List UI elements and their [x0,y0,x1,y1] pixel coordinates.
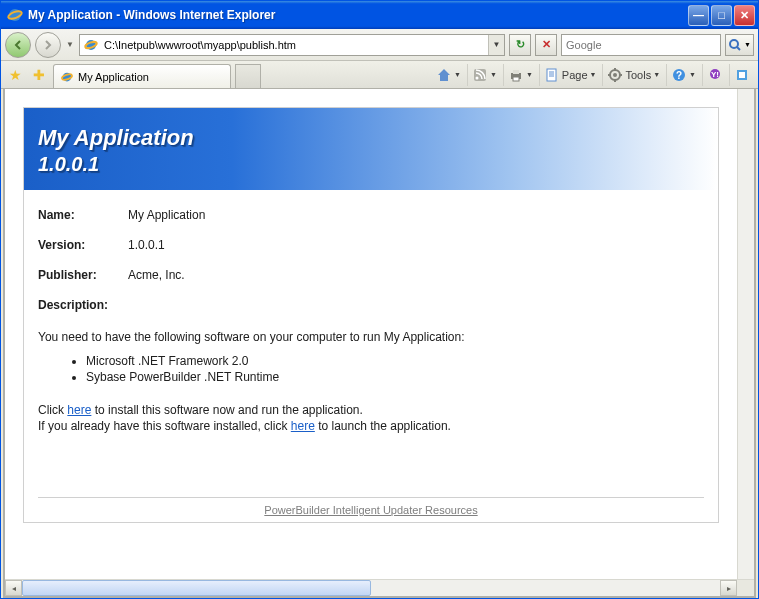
horizontal-scrollbar[interactable]: ◂ ▸ [5,579,754,596]
address-bar[interactable]: ▼ [79,34,505,56]
svg-text:Y!: Y! [711,70,719,79]
content-area: My Application 1.0.0.1 Name:My Applicati… [3,89,756,598]
forward-button[interactable] [35,32,61,58]
list-item: Microsoft .NET Framework 2.0 [86,354,704,368]
tools-menu[interactable]: Tools▼ [602,64,664,86]
svg-rect-12 [513,77,519,81]
publish-page: My Application 1.0.0.1 Name:My Applicati… [23,107,719,523]
help-button[interactable]: ?▼ [666,64,700,86]
scroll-thumb[interactable] [22,580,371,596]
list-item: Sybase PowerBuilder .NET Runtime [86,370,704,384]
home-button[interactable]: ▼ [432,64,465,86]
scroll-left-button[interactable]: ◂ [5,580,22,596]
search-button[interactable]: ▼ [725,34,754,56]
stop-button[interactable]: ✕ [535,34,557,56]
window-title: My Application - Windows Internet Explor… [28,8,688,22]
vertical-scrollbar[interactable] [737,89,754,579]
ie-icon [7,7,23,23]
launch-link[interactable]: here [291,419,315,433]
publisher-value: Acme, Inc. [128,268,185,282]
install-link[interactable]: here [67,403,91,417]
feeds-button[interactable]: ▼ [467,64,501,86]
svg-point-18 [613,73,617,77]
ie-page-icon [83,37,99,53]
banner-title: My Application [38,124,704,153]
tab-label: My Application [78,71,149,83]
svg-line-5 [737,47,740,50]
search-bar[interactable] [561,34,721,56]
refresh-button[interactable]: ↻ [509,34,531,56]
requirements-intro: You need to have the following software … [38,330,704,344]
svg-rect-28 [739,72,745,78]
requirements-list: Microsoft .NET Framework 2.0 Sybase Powe… [86,354,704,384]
svg-rect-13 [547,69,556,81]
titlebar: My Application - Windows Internet Explor… [1,1,758,29]
research-button[interactable] [729,64,754,86]
banner: My Application 1.0.0.1 [24,108,718,190]
version-label: Version: [38,238,128,252]
search-input[interactable] [562,39,720,51]
install-instructions: Click here to install this software now … [38,402,704,436]
page-footer: PowerBuilder Intelligent Updater Resourc… [38,497,704,522]
new-tab-button[interactable] [235,64,261,88]
messenger-button[interactable]: Y! [702,64,727,86]
browser-tab[interactable]: My Application [53,64,231,88]
minimize-button[interactable]: — [688,5,709,26]
tab-bar: ★ ✚ My Application ▼ ▼ ▼ Page▼ Tools▼ ?▼… [1,61,758,89]
nav-history-dropdown[interactable]: ▼ [65,40,75,49]
svg-point-4 [730,40,738,48]
ie-tab-icon [60,70,74,84]
back-button[interactable] [5,32,31,58]
description-label: Description: [38,298,704,312]
close-button[interactable]: ✕ [734,5,755,26]
name-value: My Application [128,208,205,222]
print-button[interactable]: ▼ [503,64,537,86]
browser-window: My Application - Windows Internet Explor… [0,0,759,599]
svg-rect-11 [513,70,519,74]
add-favorite-button[interactable]: ✚ [29,65,49,85]
name-label: Name: [38,208,128,222]
address-dropdown[interactable]: ▼ [488,35,504,55]
banner-version: 1.0.0.1 [38,153,704,176]
version-value: 1.0.0.1 [128,238,165,252]
address-input[interactable] [102,39,488,51]
publisher-label: Publisher: [38,268,128,282]
svg-point-9 [475,76,478,79]
maximize-button[interactable]: □ [711,5,732,26]
svg-text:?: ? [676,70,682,81]
resources-link[interactable]: PowerBuilder Intelligent Updater Resourc… [264,504,477,516]
nav-bar: ▼ ▼ ↻ ✕ ▼ [1,29,758,61]
page-menu[interactable]: Page▼ [539,64,601,86]
scroll-right-button[interactable]: ▸ [720,580,737,596]
favorites-button[interactable]: ★ [5,65,25,85]
